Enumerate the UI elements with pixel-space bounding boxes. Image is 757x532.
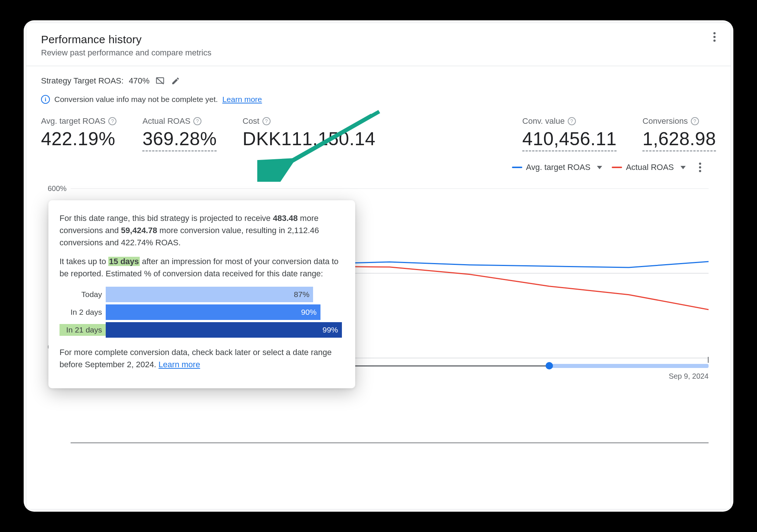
metric-label: Avg. target ROAS [41,116,105,126]
performance-history-card: Performance history Review past performa… [26,23,731,509]
metric-avg-target-roas: Avg. target ROAS? 422.19% [41,116,116,151]
metrics-row: Avg. target ROAS? 422.19% Actual ROAS? 3… [41,116,716,151]
metric-label: Cost [242,116,259,126]
metric-label: Conv. value [522,116,565,126]
y-tick-top: 600% [48,184,67,193]
card-header: Performance history Review past performa… [26,23,731,66]
info-learn-more-link[interactable]: Learn more [222,95,262,104]
help-icon[interactable]: ? [108,117,116,125]
tooltip-footer: For more complete conversion data, check… [60,346,344,371]
metric-actual-roas[interactable]: Actual ROAS? 369.28% [142,116,217,151]
legend-label: Actual ROAS [626,163,674,172]
help-icon[interactable]: ? [193,117,201,125]
metric-value: 1,628.98 [642,128,716,151]
legend-swatch [612,167,622,168]
card-overflow-menu[interactable] [708,30,721,44]
metric-cost: Cost? DKK111,150.14 [242,116,376,151]
more-vert-icon [699,166,701,168]
metric-value: 410,456.11 [522,128,617,151]
legend-label: Avg. target ROAS [526,163,590,172]
strategy-label: Strategy Target ROAS: [41,76,123,86]
tooltip-projection: For this date range, this bid strategy i… [60,212,344,249]
chevron-down-icon [597,166,602,169]
tooltip-bar-row: In 2 days90% [60,304,344,320]
metric-label: Conversions [642,116,688,126]
slider-thumb[interactable] [546,362,553,369]
tooltip-bars: Today87%In 2 days90%In 21 days99% [60,286,344,338]
chart-overflow-menu[interactable] [699,166,701,168]
strategy-target-row: Strategy Target ROAS: 470% [41,76,716,86]
chart-legend: Avg. target ROAS Actual ROAS [512,163,701,172]
x-tick-end: Sep 9, 2024 [669,372,709,381]
info-text: Conversion value info may not be complet… [54,95,218,104]
page-title: Performance history [41,33,716,46]
page-subtitle: Review past performance and compare metr… [41,48,716,58]
info-banner: i Conversion value info may not be compl… [41,95,716,104]
tooltip-bar-row: Today87% [60,286,344,303]
metric-value: 369.28% [142,128,217,151]
help-icon[interactable]: ? [262,117,271,125]
info-icon: i [41,95,50,104]
chevron-down-icon [680,166,686,169]
legend-swatch [512,167,522,168]
help-icon[interactable]: ? [691,117,699,125]
legend-series-b[interactable]: Actual ROAS [612,163,686,172]
legend-series-a[interactable]: Avg. target ROAS [512,163,602,172]
metric-value: DKK111,150.14 [242,128,376,150]
help-icon[interactable]: ? [568,117,576,125]
edit-pencil-icon[interactable] [170,76,181,86]
tooltip-learn-more-link[interactable]: Learn more [159,360,200,369]
strategy-value: 470% [129,76,149,86]
metric-conversions[interactable]: Conversions? 1,628.98 [642,116,716,151]
projection-tooltip: For this date range, this bid strategy i… [48,200,355,388]
metric-value: 422.19% [41,128,116,150]
tooltip-bar-row: In 21 days99% [60,322,344,338]
metric-conv-value[interactable]: Conv. value? 410,456.11 [522,116,617,151]
tooltip-lag-note: It takes up to 15 days after an impressi… [60,255,344,280]
metric-label: Actual ROAS [142,116,190,126]
chart-disabled-icon [155,76,165,86]
more-vert-icon [713,36,716,38]
